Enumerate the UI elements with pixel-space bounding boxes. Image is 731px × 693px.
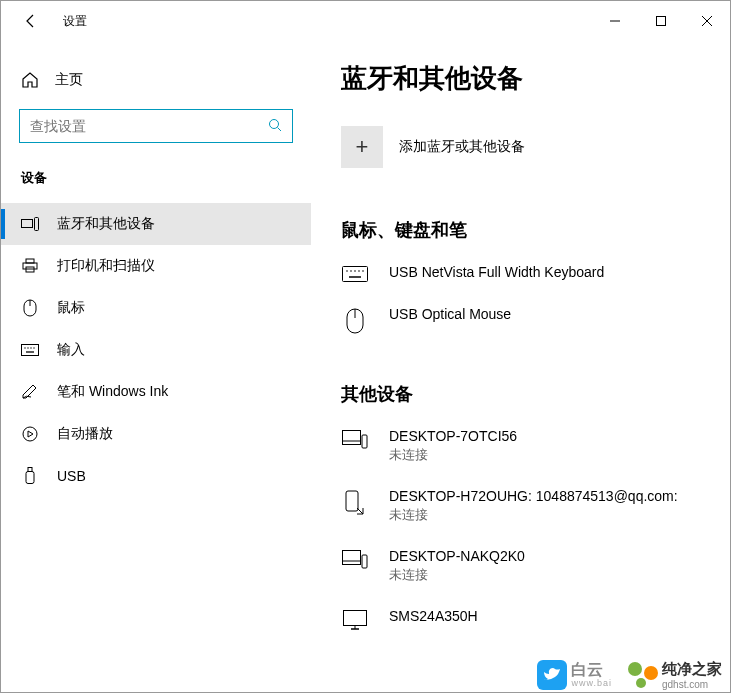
plus-icon: +: [356, 134, 369, 160]
watermark-text: 纯净之家: [662, 660, 722, 679]
sidebar-item-label: 自动播放: [57, 425, 113, 443]
page-title: 蓝牙和其他设备: [341, 61, 700, 96]
sidebar-item-label: 笔和 Windows Ink: [57, 383, 168, 401]
svg-rect-20: [28, 468, 32, 472]
sidebar-item-autoplay[interactable]: 自动播放: [1, 413, 311, 455]
maximize-button[interactable]: [638, 5, 684, 37]
svg-line-5: [278, 127, 282, 131]
window-title: 设置: [63, 13, 87, 30]
keyboard-icon: [341, 264, 369, 282]
add-device-row[interactable]: + 添加蓝牙或其他设备: [341, 126, 700, 168]
device-row[interactable]: USB Optical Mouse: [341, 300, 700, 352]
devices-icon: [21, 217, 39, 231]
svg-rect-6: [22, 220, 33, 228]
add-device-label: 添加蓝牙或其他设备: [399, 138, 525, 156]
sidebar-home-label: 主页: [55, 71, 83, 89]
sidebar-item-label: 输入: [57, 341, 85, 359]
back-button[interactable]: [19, 9, 43, 33]
svg-rect-37: [362, 555, 367, 568]
svg-point-4: [270, 119, 279, 128]
device-name: DESKTOP-H72OUHG: 1048874513@qq.com:: [389, 488, 678, 504]
watermark-chunjing: 纯净之家gdhst.com: [628, 660, 722, 690]
sidebar-item-printers[interactable]: 打印机和扫描仪: [1, 245, 311, 287]
device-row[interactable]: SMS24A350H: [341, 602, 700, 648]
keyboard-icon: [21, 344, 39, 356]
device-status: 未连接: [389, 446, 517, 464]
svg-rect-31: [343, 431, 361, 445]
svg-point-25: [354, 270, 356, 272]
mouse-icon: [21, 299, 39, 317]
search-input[interactable]: [30, 118, 268, 134]
svg-rect-38: [344, 611, 367, 626]
watermark-url: gdhst.com: [662, 679, 722, 690]
svg-rect-13: [22, 345, 39, 356]
svg-rect-22: [343, 267, 368, 282]
dots-icon: [628, 662, 658, 688]
svg-point-24: [350, 270, 352, 272]
svg-point-16: [30, 347, 31, 348]
device-name: SMS24A350H: [389, 608, 478, 624]
svg-point-19: [23, 427, 37, 441]
watermarks: 白云www.bai 纯净之家gdhst.com: [537, 660, 722, 690]
device-row[interactable]: DESKTOP-NAKQ2K0未连接: [341, 542, 700, 602]
device-row[interactable]: DESKTOP-7OTCI56未连接: [341, 422, 700, 482]
content-area: 蓝牙和其他设备 + 添加蓝牙或其他设备 鼠标、键盘和笔 USB NetVista…: [311, 41, 730, 692]
device-status: 未连接: [389, 566, 525, 584]
svg-rect-35: [343, 551, 361, 565]
svg-point-17: [33, 347, 34, 348]
bird-icon: [537, 660, 567, 690]
device-name: DESKTOP-NAKQ2K0: [389, 548, 525, 564]
add-device-button[interactable]: +: [341, 126, 383, 168]
sidebar-item-usb[interactable]: USB: [1, 455, 311, 497]
svg-rect-21: [26, 472, 34, 484]
device-row[interactable]: USB NetVista Full Width Keyboard: [341, 258, 700, 300]
sidebar: 主页 设备 蓝牙和其他设备 打印机和扫描仪 鼠标 输入 笔和 Windows I…: [1, 41, 311, 692]
device-name: USB Optical Mouse: [389, 306, 511, 322]
phone-link-icon: [341, 488, 369, 516]
pen-icon: [21, 384, 39, 400]
device-row[interactable]: DESKTOP-H72OUHG: 1048874513@qq.com:未连接: [341, 482, 700, 542]
mouse-icon: [341, 306, 369, 334]
group-title-other-devices: 其他设备: [341, 382, 700, 406]
svg-rect-1: [657, 17, 666, 26]
sidebar-item-label: 鼠标: [57, 299, 85, 317]
svg-rect-9: [23, 263, 37, 269]
search-icon: [268, 118, 282, 135]
svg-point-15: [27, 347, 28, 348]
sidebar-item-pen[interactable]: 笔和 Windows Ink: [1, 371, 311, 413]
watermark-text: 白云: [571, 661, 612, 679]
autoplay-icon: [21, 426, 39, 442]
sidebar-home[interactable]: 主页: [1, 61, 311, 99]
home-icon: [21, 71, 39, 89]
device-name: DESKTOP-7OTCI56: [389, 428, 517, 444]
printer-icon: [21, 258, 39, 274]
svg-point-14: [24, 347, 25, 348]
svg-rect-7: [35, 218, 39, 231]
minimize-button[interactable]: [592, 5, 638, 37]
search-box[interactable]: [19, 109, 293, 143]
device-name: USB NetVista Full Width Keyboard: [389, 264, 604, 280]
monitor-icon: [341, 608, 369, 630]
group-title-input-devices: 鼠标、键盘和笔: [341, 218, 700, 242]
svg-point-23: [346, 270, 348, 272]
sidebar-item-label: USB: [57, 468, 86, 484]
watermark-url: www.bai: [571, 679, 612, 689]
usb-icon: [21, 467, 39, 485]
sidebar-section-label: 设备: [1, 169, 311, 203]
sidebar-item-mouse[interactable]: 鼠标: [1, 287, 311, 329]
desktop-icon: [341, 548, 369, 570]
svg-point-26: [358, 270, 360, 272]
svg-rect-34: [346, 491, 358, 511]
device-status: 未连接: [389, 506, 678, 524]
svg-rect-8: [26, 259, 34, 263]
sidebar-item-typing[interactable]: 输入: [1, 329, 311, 371]
sidebar-item-label: 打印机和扫描仪: [57, 257, 155, 275]
sidebar-item-bluetooth[interactable]: 蓝牙和其他设备: [1, 203, 311, 245]
svg-rect-33: [362, 435, 367, 448]
watermark-baiyun: 白云www.bai: [537, 660, 612, 690]
svg-point-27: [362, 270, 364, 272]
close-button[interactable]: [684, 5, 730, 37]
desktop-icon: [341, 428, 369, 450]
sidebar-item-label: 蓝牙和其他设备: [57, 215, 155, 233]
